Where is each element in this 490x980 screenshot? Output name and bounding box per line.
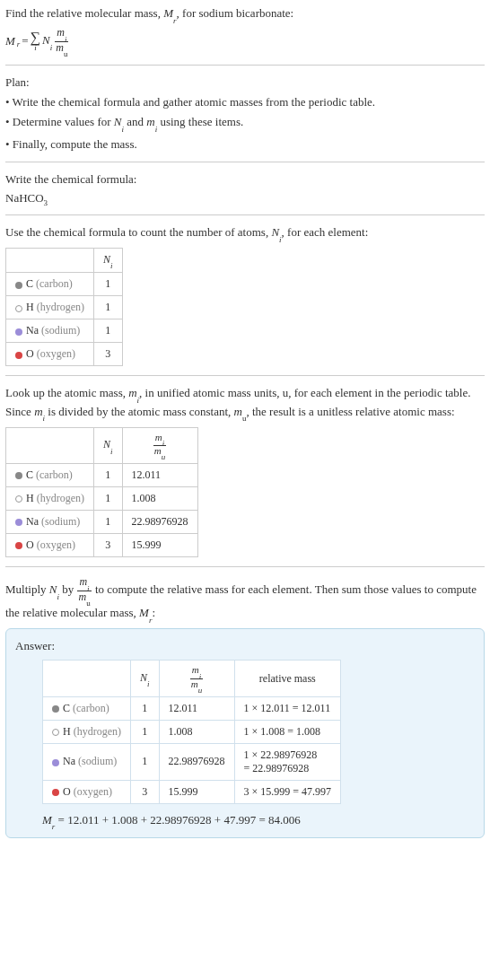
- elem-name: (carbon): [36, 277, 73, 290]
- plan-and: and: [124, 115, 146, 128]
- hdr-blank: [6, 427, 94, 463]
- elem-name: (oxygen): [74, 785, 112, 798]
- m-cell: 1.008: [122, 487, 197, 511]
- elem-sym: C: [26, 277, 33, 290]
- rel-cell: 1 × 12.011 = 12.011: [234, 696, 341, 720]
- elem-cell: Na (sodium): [6, 319, 94, 343]
- lookup-table: Ni mi mu C (carbon)112.011 H (hydrogen)1…: [5, 427, 198, 557]
- lookup-mu-u: u: [242, 414, 247, 423]
- final-r: r: [52, 822, 56, 831]
- elem-sym: H: [26, 301, 34, 313]
- hdr-N: N: [103, 253, 110, 266]
- eq-frac-den: mu: [54, 42, 69, 56]
- answer-label: Answer:: [15, 638, 475, 654]
- intro-mid: , for sodium bicarbonate:: [177, 6, 294, 20]
- mult-frac: mimu: [76, 576, 92, 605]
- elem-cell: O (oxygen): [6, 343, 94, 366]
- plan-b3: • Finally, compute the mass.: [5, 136, 485, 153]
- divider: [5, 65, 485, 66]
- n-cell: 1: [131, 696, 160, 720]
- plan-b1: • Write the chemical formula and gather …: [5, 94, 485, 110]
- hdr-frac-num: mi: [190, 665, 203, 678]
- divider: [5, 375, 485, 376]
- hydrogen-dot-icon: [52, 729, 59, 736]
- frac-i: i: [87, 584, 90, 593]
- frac-u: u: [162, 452, 166, 461]
- count-table: Ni C (carbon)1 H (hydrogen)1 Na (sodium)…: [5, 248, 123, 366]
- elem-name: (sodium): [41, 515, 80, 528]
- n-cell: 1: [94, 273, 123, 296]
- eq-Ni-i: i: [50, 43, 53, 52]
- count-pre: Use the chemical formula to count the nu…: [5, 225, 271, 239]
- carbon-dot-icon: [15, 472, 22, 479]
- hdr-i: i: [147, 679, 150, 688]
- n-cell: 3: [94, 343, 123, 366]
- table-row: C (carbon)112.011: [6, 464, 198, 487]
- elem-sym: Na: [63, 755, 75, 767]
- elem-sym: C: [26, 468, 33, 481]
- table-header-row: Ni mi mu: [6, 427, 198, 463]
- frac-m: m: [192, 664, 199, 675]
- elem-name: (hydrogen): [37, 301, 84, 313]
- hdr-N: N: [103, 438, 110, 451]
- divider: [5, 162, 485, 162]
- eq-M: M: [5, 34, 15, 48]
- count-section: Use the chemical formula to count the nu…: [5, 224, 485, 367]
- chemical-formula: NaHCO3: [5, 191, 485, 206]
- hdr-i: i: [110, 261, 113, 270]
- plan-title: Plan:: [5, 74, 485, 91]
- eq-Ni: Ni: [42, 33, 52, 49]
- elem-sym: O: [63, 785, 71, 798]
- elem-sym: O: [26, 538, 34, 551]
- lookup-mi2: m: [34, 405, 42, 418]
- sigma-icon: ∑ i: [31, 31, 40, 51]
- table-row: Na (sodium)1: [6, 319, 123, 343]
- table-row: O (oxygen)315.999: [6, 534, 198, 557]
- eq-frac-num: mi: [55, 27, 68, 41]
- table-row: O (oxygen)315.9993 × 15.999 = 47.997: [43, 780, 341, 803]
- frac-i: i: [162, 439, 165, 448]
- m-cell: 22.98976928: [159, 743, 234, 780]
- oxygen-dot-icon: [15, 352, 22, 359]
- mult-mid1: by: [59, 582, 77, 596]
- count-post: , for each element:: [282, 225, 369, 239]
- elem-cell: H (hydrogen): [6, 296, 94, 319]
- frac-m: m: [155, 432, 162, 442]
- mult-frac-num: mi: [77, 576, 91, 591]
- elem-cell: O (oxygen): [6, 534, 94, 557]
- count-i: i: [279, 235, 282, 244]
- plan-section: Plan: • Write the chemical formula and g…: [5, 74, 485, 153]
- table-row: H (hydrogen)11.0081 × 1.008 = 1.008: [43, 720, 341, 743]
- elem-name: (carbon): [73, 702, 109, 714]
- divider: [5, 566, 485, 567]
- multiply-section: Multiply Ni by mimu to compute the relat…: [5, 576, 485, 838]
- n-cell: 1: [94, 511, 123, 534]
- elem-cell: C (carbon): [43, 696, 131, 720]
- rel-cell: 3 × 15.999 = 47.997: [234, 780, 341, 803]
- lookup-mu: m: [234, 405, 242, 418]
- plan-b2: • Determine values for Ni and mi using t…: [5, 114, 485, 132]
- m-cell: 12.011: [122, 464, 197, 487]
- table-row: Na (sodium)122.989769281 × 22.98976928= …: [43, 743, 341, 780]
- intro-pre: Find the relative molecular mass,: [5, 6, 163, 20]
- formula-section: Write the chemical formula: NaHCO3: [5, 171, 485, 206]
- table-row: H (hydrogen)11.008: [6, 487, 198, 511]
- sigma-sub: i: [34, 44, 37, 51]
- elem-name: (carbon): [36, 468, 73, 481]
- count-title: Use the chemical formula to count the nu…: [5, 224, 485, 242]
- carbon-dot-icon: [15, 282, 22, 289]
- answer-box: Answer: Ni mimu relative mass C (carbon)…: [5, 628, 485, 838]
- lookup-section: Look up the atomic mass, mi, in unified …: [5, 385, 485, 557]
- plan-b2-post: using these items.: [157, 115, 243, 128]
- elem-sym: H: [63, 725, 71, 738]
- intro-equation: Mr = ∑ i Ni mi mu: [5, 27, 485, 56]
- elem-cell: C (carbon): [6, 464, 94, 487]
- elem-cell: H (hydrogen): [6, 487, 94, 511]
- mult-M: M: [139, 606, 149, 619]
- hdr-blank: [6, 249, 94, 273]
- hdr-ni: Ni: [131, 661, 160, 696]
- final-equation: Mr = 12.011 + 1.008 + 22.98976928 + 47.9…: [42, 813, 475, 829]
- m-cell: 15.999: [122, 534, 197, 557]
- eq-frac: mi mu: [54, 27, 69, 56]
- lookup-c: is divided by the atomic mass constant,: [45, 405, 234, 418]
